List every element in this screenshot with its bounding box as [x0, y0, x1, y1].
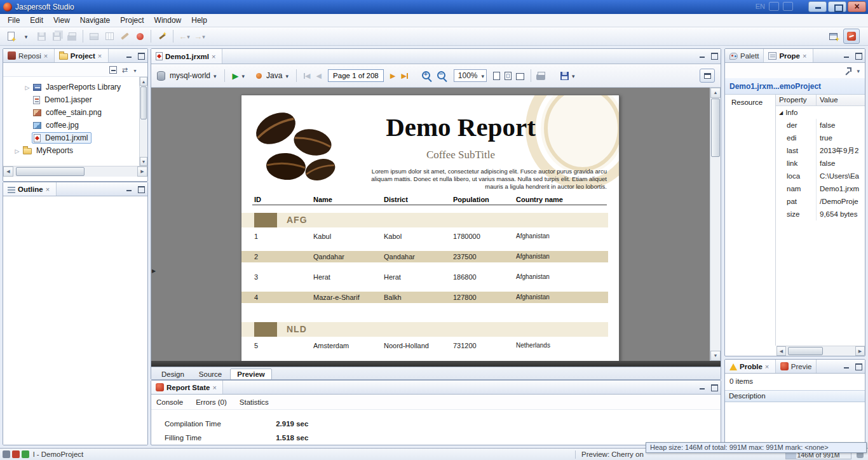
- close-tab-icon[interactable]: [44, 52, 50, 60]
- property-row[interactable]: pat /DemoProje: [776, 195, 865, 208]
- scroll-left-icon[interactable]: [3, 166, 13, 177]
- expanded-arrow-icon[interactable]: [779, 105, 783, 119]
- language-bar[interactable]: EN: [756, 2, 793, 11]
- close-tab-icon[interactable]: [212, 384, 218, 391]
- expand-arrow-icon[interactable]: [24, 83, 31, 91]
- scroll-up-icon[interactable]: [140, 77, 147, 86]
- next-page-button[interactable]: [390, 71, 395, 80]
- maximize-view-button[interactable]: [136, 51, 146, 60]
- save-all-button[interactable]: [50, 29, 64, 43]
- image-tool-button[interactable]: [87, 29, 101, 43]
- tree-item-myreports[interactable]: MyReports: [3, 144, 139, 157]
- close-tab-icon[interactable]: [765, 363, 771, 370]
- tab-statistics[interactable]: Statistics: [240, 398, 269, 406]
- scrollbar-thumb[interactable]: [711, 98, 720, 157]
- datasource-combo[interactable]: mysql-world: [167, 70, 219, 81]
- minimize-view-button[interactable]: [698, 383, 707, 391]
- scroll-down-icon[interactable]: [710, 351, 721, 361]
- minimize-view-button[interactable]: [842, 51, 851, 60]
- minimize-window-button[interactable]: [808, 1, 827, 12]
- tab-properties[interactable]: Prope: [764, 49, 813, 62]
- property-row[interactable]: edi true: [776, 132, 865, 144]
- new-wizard-dropdown[interactable]: [19, 29, 33, 43]
- back-button[interactable]: [177, 29, 191, 43]
- scrollbar-thumb[interactable]: [16, 167, 85, 176]
- open-perspective-button[interactable]: [826, 29, 840, 43]
- menu-navigate[interactable]: Navigate: [75, 15, 115, 26]
- property-row[interactable]: size 9,654 bytes: [776, 208, 865, 220]
- run-report-button[interactable]: [230, 70, 248, 82]
- minimize-view-button[interactable]: [698, 51, 707, 60]
- tab-report-state[interactable]: Report State: [151, 381, 223, 394]
- tree-item-demo1-jasper[interactable]: Demo1.jasper: [3, 93, 139, 106]
- maximize-view-button[interactable]: [136, 185, 146, 193]
- zoom-out-icon[interactable]: [437, 71, 445, 79]
- property-row[interactable]: loca C:\Users\Ea: [776, 170, 865, 182]
- language-indicator[interactable]: EN: [756, 3, 765, 10]
- resource-tab[interactable]: Resource: [731, 98, 763, 106]
- column-property[interactable]: Property: [776, 95, 817, 105]
- scroll-left-icon[interactable]: [776, 346, 786, 356]
- minimize-view-button[interactable]: [125, 51, 134, 60]
- menu-view[interactable]: View: [48, 15, 75, 26]
- menu-project[interactable]: Project: [115, 15, 149, 26]
- export-report-button[interactable]: [558, 70, 578, 81]
- save-button[interactable]: [34, 29, 48, 43]
- tree-item-coffee-jpg[interactable]: coffee.jpg: [3, 119, 139, 132]
- scroll-right-icon[interactable]: [137, 166, 147, 177]
- report-vertical-scrollbar[interactable]: [710, 88, 721, 361]
- minimize-view-button[interactable]: [842, 362, 851, 370]
- close-window-button[interactable]: [848, 1, 866, 12]
- tab-outline[interactable]: Outline: [3, 182, 57, 196]
- new-wizard-button[interactable]: [4, 29, 18, 43]
- menu-edit[interactable]: Edit: [25, 15, 48, 26]
- column-value[interactable]: Value: [817, 95, 841, 105]
- menu-window[interactable]: Window: [149, 15, 187, 26]
- fit-width-icon[interactable]: [516, 73, 524, 80]
- description-column-header[interactable]: Description: [725, 390, 865, 402]
- close-tab-icon[interactable]: [803, 52, 808, 60]
- ime-options-icon[interactable]: [783, 2, 793, 11]
- close-tab-icon[interactable]: [212, 53, 217, 60]
- tab-demo1-jrxml-editor[interactable]: Demo1.jrxml: [151, 49, 222, 64]
- tab-preview-view[interactable]: Previe: [776, 360, 817, 373]
- tab-palette[interactable]: Palett: [725, 49, 764, 62]
- tab-source[interactable]: Source: [193, 369, 228, 379]
- print-button[interactable]: [65, 29, 79, 43]
- info-section-row[interactable]: Info: [776, 106, 865, 119]
- property-row[interactable]: link false: [776, 157, 865, 170]
- tab-console[interactable]: Console: [156, 398, 183, 406]
- goto-resource-icon[interactable]: [844, 67, 851, 74]
- menu-help[interactable]: Help: [186, 15, 212, 26]
- page-indicator-input[interactable]: [328, 69, 384, 82]
- menu-file[interactable]: File: [3, 15, 25, 26]
- language-combo[interactable]: Java: [264, 70, 291, 81]
- ime-icon[interactable]: [769, 2, 779, 11]
- property-row[interactable]: nam Demo1.jrxm: [776, 182, 865, 195]
- property-row[interactable]: last 2013年9月2: [776, 144, 865, 157]
- scrollbar-thumb[interactable]: [140, 86, 147, 119]
- forward-button[interactable]: [193, 29, 207, 43]
- maximize-view-button[interactable]: [709, 51, 719, 60]
- close-tab-icon[interactable]: [46, 186, 51, 193]
- edit-tool-button[interactable]: [118, 29, 132, 43]
- sash-arrow-icon[interactable]: [152, 266, 156, 274]
- record-button[interactable]: [133, 29, 147, 43]
- previous-page-button[interactable]: [316, 71, 321, 80]
- tab-preview[interactable]: Preview: [230, 369, 271, 380]
- expand-arrow-icon[interactable]: [14, 146, 20, 155]
- scroll-up-icon[interactable]: [710, 88, 721, 98]
- tab-repository-explorer[interactable]: Reposi: [3, 49, 55, 62]
- explorer-horizontal-scrollbar[interactable]: [3, 166, 147, 177]
- properties-horizontal-scrollbar[interactable]: [776, 346, 865, 356]
- last-page-button[interactable]: [401, 71, 407, 80]
- maximize-view-button[interactable]: [853, 362, 863, 370]
- tab-design[interactable]: Design: [155, 369, 191, 379]
- maximize-view-button[interactable]: [709, 383, 719, 391]
- tab-problems[interactable]: Proble: [725, 360, 776, 373]
- tree-item-demo1-jrxml[interactable]: Demo1.jrxml: [3, 132, 139, 144]
- zoom-in-icon[interactable]: [422, 71, 430, 79]
- view-menu-icon[interactable]: [857, 66, 860, 75]
- zoom-level-combo[interactable]: 100%: [454, 69, 487, 82]
- view-menu-icon[interactable]: [133, 65, 137, 74]
